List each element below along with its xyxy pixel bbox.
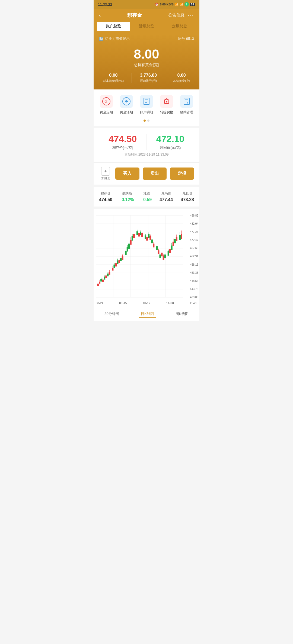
- svg-rect-42: [109, 272, 110, 275]
- market-price-value: 474.50: [99, 197, 112, 202]
- floating-pnl-stat: 3,776.80 浮动盈亏(元): [140, 73, 157, 83]
- svg-rect-40: [107, 273, 109, 276]
- notice-button[interactable]: 公告信息: [168, 13, 184, 18]
- y-axis-label-9: 443.78: [185, 288, 198, 291]
- price-section: 474.50 积存价(元/克) 472.10 赎回价(元/克) 更新时间:202…: [94, 128, 199, 162]
- market-stat-price: 积存价 474.50: [99, 191, 112, 202]
- y-axis-label-10: 439.00: [185, 296, 198, 299]
- sell-price-col: 472.10 赎回价(元/克): [147, 134, 194, 150]
- x-axis-label-1: 09-15: [119, 301, 127, 305]
- high-value: 477.44: [160, 197, 173, 202]
- buy-price-col: 474.50 积存价(元/克): [99, 134, 147, 150]
- svg-rect-94: [159, 255, 161, 258]
- floating-pnl-value: 3,776.80: [140, 73, 157, 78]
- back-button[interactable]: ‹: [99, 12, 101, 18]
- market-stat-change: 涨跌 -0.59: [142, 191, 152, 202]
- svg-rect-44: [112, 268, 113, 271]
- market-stat-low: 最低价 473.28: [181, 191, 194, 202]
- svg-rect-32: [100, 279, 102, 282]
- svg-rect-3: [144, 98, 149, 105]
- signal-icon: 📶: [180, 3, 183, 6]
- svg-rect-58: [125, 251, 127, 255]
- svg-rect-82: [148, 234, 149, 238]
- battery-indicator: 53: [190, 3, 195, 6]
- alarm-icon: ⏰: [155, 3, 159, 6]
- y-axis-label-7: 453.35: [185, 271, 198, 274]
- chart-y-axis: 486.82 482.04 477.26 472.47 467.69 462.9…: [185, 213, 199, 300]
- menu-sign-manage-label: 签约管理: [180, 110, 193, 115]
- switch-display-button[interactable]: 🔄 切换为市值显示: [99, 36, 130, 41]
- gold-account-header: 🔄 切换为市值显示 尾号 9513 8.00 总持有黄金(克) 0.00 成本均…: [94, 34, 199, 89]
- buy-button[interactable]: 买入: [115, 168, 139, 180]
- y-axis-label-4: 467.69: [185, 247, 198, 250]
- market-stats-section: 积存价 474.50 涨跌幅 -0.12% 涨跌 -0.59 最高价 477.4…: [94, 187, 199, 207]
- market-stat-change-pct: 涨跌幅 -0.12%: [120, 191, 134, 202]
- svg-rect-102: [168, 251, 169, 256]
- svg-rect-76: [141, 233, 143, 237]
- main-tab-bar: 账户总览 活期总览 定期总览: [94, 22, 199, 34]
- change-label: 涨跌: [142, 191, 152, 196]
- candle-group: [97, 230, 182, 286]
- svg-rect-100: [164, 255, 166, 258]
- page-dots: [94, 117, 199, 126]
- cost-avg-stat: 0.00 成本均价(元/克): [103, 73, 124, 83]
- add-watchlist-icon: +: [101, 167, 110, 176]
- header: ‹ 积存金 公告信息 ···: [94, 9, 199, 22]
- transfer-physical-icon: [160, 95, 173, 108]
- sell-price-label: 赎回价(元/克): [147, 145, 194, 150]
- account-stats-row: 0.00 成本均价(元/克) 3,776.80 浮动盈亏(元) 0.00 冻结黄…: [99, 73, 194, 83]
- svg-text:金: 金: [104, 99, 108, 104]
- svg-rect-66: [132, 236, 133, 241]
- more-button[interactable]: ···: [188, 12, 194, 18]
- svg-rect-88: [153, 244, 154, 247]
- total-gold-value: 8.00: [99, 47, 194, 62]
- fixed-invest-button[interactable]: 定投: [170, 168, 194, 180]
- svg-rect-30: [99, 282, 100, 284]
- menu-transfer-physical-label: 转提实物: [160, 110, 173, 115]
- switch-row: 🔄 切换为市值显示 尾号 9513: [99, 34, 194, 43]
- svg-rect-38: [105, 275, 107, 278]
- tab-daily-k[interactable]: 日K线图: [139, 310, 156, 318]
- menu-gold-current[interactable]: 黄金活期: [120, 95, 133, 115]
- y-axis-label-2: 477.26: [185, 230, 198, 233]
- change-value: -0.59: [142, 197, 152, 202]
- cost-avg-label: 成本均价(元/克): [103, 79, 124, 83]
- add-watchlist-button[interactable]: + 加自选: [99, 167, 112, 180]
- network-speed: 5.00 KB/S: [160, 3, 174, 6]
- y-axis-label-1: 482.04: [185, 222, 198, 225]
- wifi-icon: 📶: [175, 3, 179, 6]
- svg-rect-84: [149, 236, 151, 240]
- svg-rect-86: [151, 240, 153, 243]
- x-axis-label-3: 11-08: [166, 301, 174, 305]
- svg-rect-90: [156, 246, 158, 250]
- gold-current-icon: [120, 95, 133, 108]
- svg-rect-48: [115, 263, 117, 266]
- svg-rect-56: [122, 256, 123, 260]
- svg-rect-9: [184, 98, 189, 105]
- x-axis-label-4: 11-29: [190, 301, 197, 305]
- svg-rect-80: [146, 237, 148, 241]
- y-axis-label-3: 472.47: [185, 239, 198, 242]
- menu-sign-manage[interactable]: 签约管理: [180, 95, 193, 115]
- svg-rect-74: [140, 232, 141, 235]
- sell-button[interactable]: 卖出: [143, 168, 167, 180]
- tab-fixed-overview[interactable]: 定期总览: [163, 22, 196, 31]
- switch-label: 切换为市值显示: [105, 36, 130, 41]
- y-axis-label-6: 458.13: [185, 263, 198, 266]
- svg-rect-112: [176, 237, 177, 241]
- tab-30min[interactable]: 30分钟图: [102, 310, 121, 318]
- menu-account-detail[interactable]: 账户明细: [140, 95, 153, 115]
- cost-avg-value: 0.00: [103, 73, 124, 78]
- frozen-gold-label: 冻结黄金(克): [173, 79, 190, 83]
- svg-rect-54: [120, 258, 122, 261]
- svg-rect-36: [104, 277, 105, 279]
- menu-transfer-physical[interactable]: 转提实物: [160, 95, 173, 115]
- y-axis-label-0: 486.82: [185, 214, 198, 217]
- candlestick-chart[interactable]: 486.82 482.04 477.26 472.47 467.69 462.9…: [94, 213, 199, 300]
- tab-weekly-k[interactable]: 周K线图: [173, 310, 191, 318]
- menu-gold-fixed[interactable]: 金 黄金定期: [100, 95, 113, 115]
- tab-current-overview[interactable]: 活期总览: [130, 22, 163, 31]
- tab-account-overview[interactable]: 账户总览: [97, 22, 130, 31]
- svg-rect-62: [128, 244, 130, 249]
- floating-pnl-label: 浮动盈亏(元): [140, 79, 157, 83]
